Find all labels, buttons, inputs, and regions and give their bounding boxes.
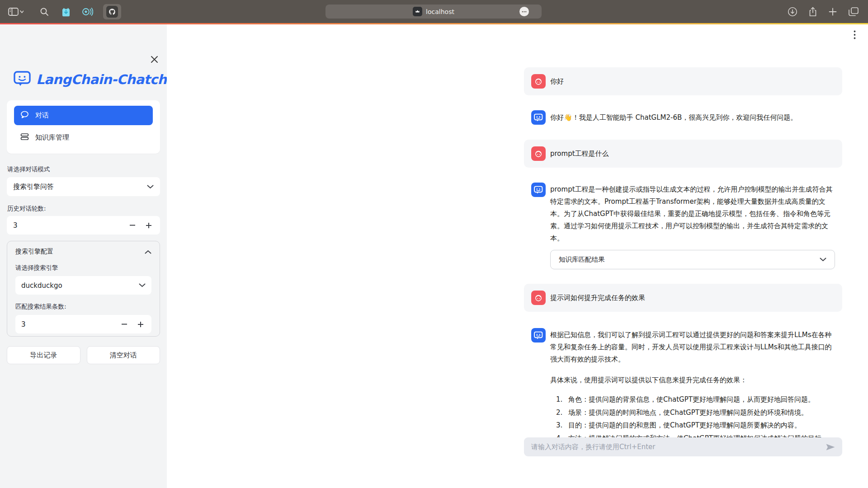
- cat-bookmark-pinned-tab-icon[interactable]: [61, 6, 71, 17]
- expander-title: 搜索引擎配置: [15, 248, 53, 256]
- chat-message-assistant: 你好👋！我是人工智能助手 ChatGLM2-6B，很高兴见到你，欢迎问我任何问题…: [524, 110, 842, 125]
- chevron-down-icon: [147, 185, 154, 189]
- message-paragraph: 具体来说，使用提示词可以提供以下信息来提升完成任务的效果：: [550, 374, 835, 386]
- page-options-ellipsis-icon[interactable]: [519, 7, 529, 16]
- dialog-mode-label: 请选择对话模式: [7, 165, 50, 174]
- browser-toolbar: localhost: [0, 0, 868, 23]
- chat-input-bar: [524, 437, 842, 456]
- kb-match-results-expander[interactable]: 知识库匹配结果: [550, 250, 835, 269]
- new-tab-plus-icon[interactable]: [828, 7, 837, 16]
- history-rounds-value: 3: [13, 221, 18, 230]
- match-results-input[interactable]: 3: [15, 315, 151, 333]
- chat-input[interactable]: [531, 443, 821, 451]
- sidebar-item-label: 知识库管理: [35, 133, 69, 142]
- dialog-mode-select[interactable]: 搜索引擎问答: [7, 177, 160, 196]
- sidebar-toggle-icon[interactable]: [8, 8, 24, 16]
- search-engine-select[interactable]: duckduckgo: [15, 276, 151, 295]
- dialog-mode-value: 搜索引擎问答: [13, 183, 54, 191]
- plus-icon[interactable]: [144, 221, 154, 230]
- chat-bubble-icon: [20, 111, 29, 120]
- share-icon[interactable]: [808, 6, 817, 17]
- app-title: LangChain-Chatchat: [36, 72, 181, 87]
- kb-match-results-label: 知识库匹配结果: [559, 255, 605, 264]
- sidebar: LangChain-Chatchat 对话: [0, 24, 167, 488]
- history-rounds-label: 历史对话轮数:: [7, 205, 46, 213]
- download-icon[interactable]: [788, 7, 797, 17]
- chat-message-assistant: prompt工程是一种创建提示或指导以生成文本的过程，允许用户控制模型的输出并生…: [524, 183, 842, 269]
- chat-message-user: 你好: [524, 67, 842, 95]
- message-paragraph: 根据已知信息，我们可以了解到提示词工程可以通过提供更好的问题和答案来提升LLMs…: [550, 329, 835, 366]
- nav-menu: 对话 知识库管理: [7, 100, 160, 154]
- user-avatar-icon: [531, 146, 546, 161]
- knowledge-base-icon: [20, 133, 29, 142]
- chat-message-assistant: 根据已知信息，我们可以了解到提示词工程可以通过提供更好的问题和答案来提升LLMs…: [524, 328, 842, 445]
- message-text: 你好👋！我是人工智能助手 ChatGLM2-6B，很高兴见到你，欢迎问我任何问题…: [550, 112, 797, 124]
- sidebar-item-dialogue[interactable]: 对话: [14, 106, 153, 125]
- plus-icon[interactable]: [136, 319, 146, 329]
- minus-icon[interactable]: [119, 319, 129, 329]
- list-item: 场景：提供问题的时间和地点，使ChatGPT更好地理解问题所处的环境和情境。: [565, 407, 835, 419]
- bot-avatar-icon: [531, 328, 546, 343]
- chat-message-user: 提示词如何提升完成任务的效果: [524, 284, 842, 312]
- rings-star-pinned-tab-icon[interactable]: [81, 6, 93, 17]
- app-logo: LangChain-Chatchat: [13, 70, 181, 89]
- message-text: 你好: [550, 77, 564, 86]
- bot-avatar-icon: [531, 183, 546, 197]
- chat-message-user: prompt工程是什么: [524, 140, 842, 168]
- chevron-down-icon: [139, 283, 146, 287]
- logo-chat-smiley-icon: [13, 70, 32, 89]
- match-results-label: 匹配搜索结果条数:: [15, 303, 151, 311]
- match-results-value: 3: [21, 320, 26, 328]
- message-text: prompt工程是一种创建提示或指导以生成文本的过程，允许用户控制模型的输出并生…: [550, 183, 835, 244]
- close-sidebar-icon[interactable]: [148, 53, 160, 66]
- chevron-down-icon: [820, 258, 826, 262]
- send-icon[interactable]: [826, 444, 835, 450]
- address-bar[interactable]: localhost: [326, 5, 542, 19]
- export-records-button[interactable]: 导出记录: [7, 346, 80, 364]
- address-text: localhost: [426, 8, 454, 15]
- user-avatar-icon: [531, 291, 546, 305]
- user-avatar-icon: [531, 74, 546, 89]
- search-engine-label: 请选择搜索引擎: [15, 264, 151, 272]
- expander-header[interactable]: 搜索引擎配置: [15, 248, 151, 256]
- kebab-menu-icon[interactable]: [849, 28, 860, 42]
- message-text: prompt工程是什么: [550, 150, 609, 158]
- search-engine-config-expander: 搜索引擎配置 请选择搜索引擎 duckduckgo 匹配搜索结果条数: 3: [7, 241, 160, 337]
- search-icon[interactable]: [40, 7, 49, 16]
- github-logo-icon: [106, 6, 118, 18]
- message-text: 提示词如何提升完成任务的效果: [550, 294, 645, 302]
- tabs-overview-icon[interactable]: [848, 7, 859, 17]
- chat-main: 你好 你好👋！我是人工智能助手 ChatGLM2-6B，很高兴见到你，欢迎问我任…: [167, 24, 868, 488]
- site-favicon-icon: [413, 7, 422, 16]
- bot-avatar-icon: [531, 110, 546, 125]
- browser-window: localhost: [0, 0, 868, 488]
- github-pinned-tab-icon[interactable]: [103, 4, 121, 19]
- minus-icon[interactable]: [127, 221, 137, 230]
- list-item: 目的：提供问题的目的和意图，使ChatGPT更好地理解问题所要解决的内容。: [565, 419, 835, 432]
- tips-list: 角色：提供问题的背景信息，使ChatGPT更好地理解问题，从而更好地回答问题。 …: [550, 394, 835, 445]
- clear-dialogue-button[interactable]: 清空对话: [87, 346, 160, 364]
- chevron-up-icon: [145, 250, 151, 254]
- search-engine-value: duckduckgo: [21, 282, 62, 290]
- list-item: 角色：提供问题的背景信息，使ChatGPT更好地理解问题，从而更好地回答问题。: [565, 394, 835, 406]
- sidebar-item-label: 对话: [35, 111, 49, 120]
- history-rounds-input[interactable]: 3: [7, 216, 160, 235]
- sidebar-item-knowledge-base[interactable]: 知识库管理: [14, 128, 153, 147]
